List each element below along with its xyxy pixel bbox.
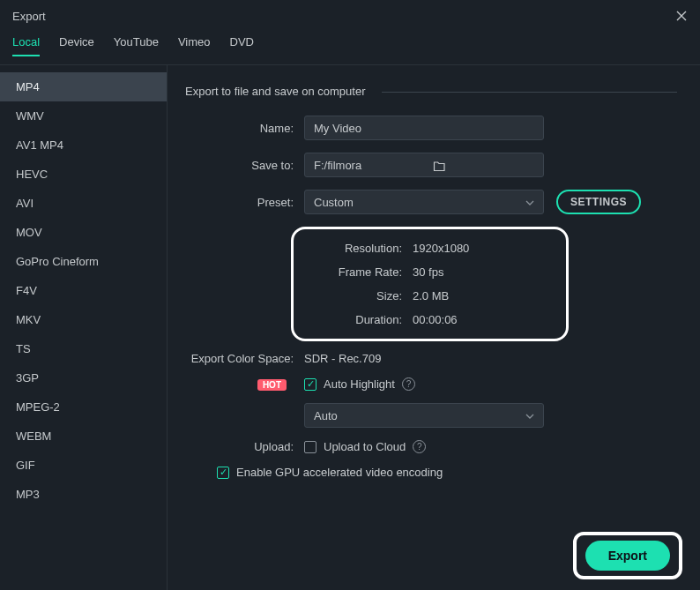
tab-youtube[interactable]: YouTube — [114, 35, 159, 56]
upload-label: Upload: — [185, 440, 304, 453]
folder-icon[interactable] — [424, 158, 543, 171]
hot-badge: HOT — [257, 379, 287, 391]
format-3gp[interactable]: 3GP — [0, 363, 167, 392]
auto-highlight-mode-value: Auto — [314, 409, 338, 422]
format-wmv[interactable]: WMV — [0, 101, 167, 131]
close-icon[interactable] — [675, 10, 688, 22]
framerate-label: Frame Rate: — [294, 265, 413, 279]
format-webm[interactable]: WEBM — [0, 422, 167, 451]
format-hevc[interactable]: HEVC — [0, 160, 167, 189]
tab-vimeo[interactable]: Vimeo — [178, 35, 211, 56]
name-input[interactable] — [304, 116, 544, 140]
help-icon[interactable]: ? — [402, 377, 415, 391]
window-title: Export — [12, 10, 46, 23]
format-mp3[interactable]: MP3 — [0, 480, 167, 509]
help-icon[interactable]: ? — [413, 440, 426, 453]
preset-label: Preset: — [185, 196, 304, 209]
format-gif[interactable]: GIF — [0, 451, 167, 480]
duration-value: 00:00:06 — [413, 313, 458, 326]
resolution-label: Resolution: — [294, 242, 413, 255]
gpu-label: Enable GPU accelerated video encoding — [236, 466, 443, 479]
name-label: Name: — [185, 122, 304, 135]
saveto-value: F:/filmora — [305, 159, 424, 172]
upload-cloud-label: Upload to Cloud — [324, 440, 406, 453]
size-label: Size: — [294, 289, 413, 302]
format-avi[interactable]: AVI — [0, 189, 167, 218]
export-highlight-box: Export — [573, 532, 682, 579]
chevron-down-icon — [525, 409, 534, 422]
framerate-value: 30 fps — [413, 265, 443, 279]
tab-dvd[interactable]: DVD — [230, 35, 254, 56]
auto-highlight-label: Auto Highlight — [324, 377, 395, 391]
preset-dropdown[interactable]: Custom — [304, 190, 544, 214]
format-mkv[interactable]: MKV — [0, 305, 167, 334]
tab-device[interactable]: Device — [59, 35, 94, 56]
format-sidebar: MP4 WMV AV1 MP4 HEVC AVI MOV GoPro Cinef… — [0, 65, 168, 590]
gpu-checkbox[interactable] — [217, 467, 229, 479]
saveto-label: Save to: — [185, 159, 304, 172]
colorspace-value: SDR - Rec.709 — [304, 352, 381, 365]
panel-heading: Export to file and save on computer — [185, 85, 366, 98]
format-mov[interactable]: MOV — [0, 218, 167, 247]
format-gopro[interactable]: GoPro Cineform — [0, 247, 167, 276]
chevron-down-icon — [525, 196, 534, 209]
resolution-value: 1920x1080 — [413, 242, 469, 255]
format-mpeg2[interactable]: MPEG-2 — [0, 392, 167, 422]
format-av1mp4[interactable]: AV1 MP4 — [0, 131, 167, 160]
format-mp4[interactable]: MP4 — [0, 72, 167, 101]
info-highlight-box: Resolution:1920x1080 Frame Rate:30 fps S… — [291, 227, 569, 341]
format-f4v[interactable]: F4V — [0, 276, 167, 305]
tab-local[interactable]: Local — [12, 35, 40, 56]
colorspace-label: Export Color Space: — [185, 352, 304, 365]
settings-button[interactable]: SETTINGS — [556, 190, 641, 214]
auto-highlight-checkbox[interactable] — [304, 378, 316, 391]
upload-checkbox[interactable] — [304, 441, 316, 453]
format-ts[interactable]: TS — [0, 334, 167, 363]
divider — [382, 92, 677, 93]
export-tabs: Local Device YouTube Vimeo DVD — [0, 30, 700, 65]
duration-label: Duration: — [294, 313, 413, 326]
export-button[interactable]: Export — [585, 541, 670, 571]
preset-value: Custom — [314, 196, 354, 209]
auto-highlight-mode-dropdown[interactable]: Auto — [304, 403, 544, 428]
size-value: 2.0 MB — [413, 289, 449, 302]
